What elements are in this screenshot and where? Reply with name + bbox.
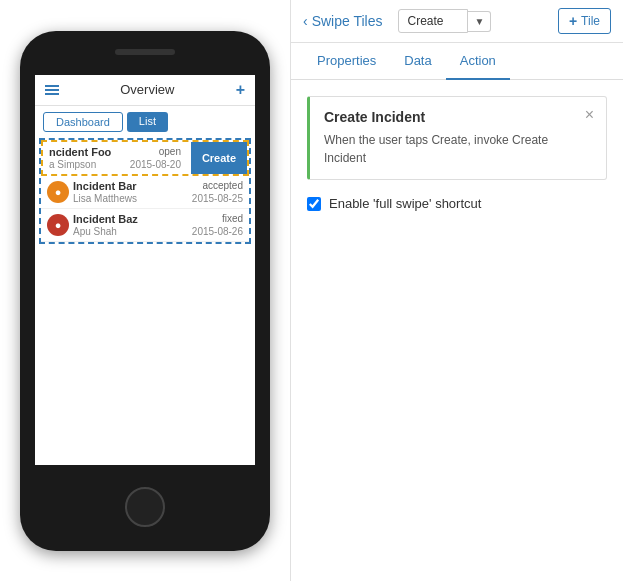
row3-status: fixed [222, 213, 243, 224]
row2-person: Lisa Matthews [73, 193, 137, 204]
back-link-label: Swipe Tiles [312, 13, 383, 29]
hamburger-icon[interactable] [45, 85, 59, 95]
full-swipe-label: Enable 'full swipe' shortcut [329, 196, 481, 211]
screen-add-icon[interactable]: + [236, 81, 245, 99]
tab-action[interactable]: Action [446, 43, 510, 80]
info-card: Create Incident When the user taps Creat… [307, 96, 607, 180]
row2-name: Incident Bar [73, 180, 137, 192]
row2-status: accepted [202, 180, 243, 191]
screen-list-area: ncident Foo open a Simpson 2015-08-20 Cr… [39, 138, 251, 244]
tab-data[interactable]: Data [390, 43, 445, 80]
row3-person: Apu Shah [73, 226, 117, 237]
dropdown-container: Create ▼ [398, 9, 491, 33]
info-card-text: When the user taps Create, invoke Create… [324, 131, 592, 167]
info-card-title: Create Incident [324, 109, 592, 125]
phone-device: Overview + Dashboard List ncident Foo op… [20, 31, 270, 551]
right-panel: ‹ Swipe Tiles Create ▼ + Tile Properties… [290, 0, 623, 581]
screen-tab-dashboard[interactable]: Dashboard [43, 112, 123, 132]
screen-title: Overview [120, 82, 174, 97]
phone-home-button[interactable] [125, 487, 165, 527]
full-swipe-checkbox-row: Enable 'full swipe' shortcut [307, 196, 607, 211]
row1-name: ncident Foo [49, 146, 111, 158]
row2-icon: ● [47, 181, 69, 203]
top-bar: ‹ Swipe Tiles Create ▼ + Tile [291, 0, 623, 43]
row1-date: 2015-08-20 [130, 159, 181, 170]
row1-person: a Simpson [49, 159, 96, 170]
dropdown-arrow-icon[interactable]: ▼ [468, 11, 491, 32]
list-row-2: ● Incident Bar accepted Lisa Matthews 20… [41, 176, 249, 209]
screen-header: Overview + [35, 75, 255, 106]
list-row-1: ncident Foo open a Simpson 2015-08-20 Cr… [41, 140, 249, 176]
create-button-overlay[interactable]: Create [191, 142, 247, 174]
left-panel: Overview + Dashboard List ncident Foo op… [0, 0, 290, 581]
screen-tab-list[interactable]: List [127, 112, 168, 132]
row3-info: Incident Baz fixed Apu Shah 2015-08-26 [73, 213, 243, 237]
full-swipe-checkbox[interactable] [307, 197, 321, 211]
row3-icon: ● [47, 214, 69, 236]
content-area: Create Incident When the user taps Creat… [291, 80, 623, 581]
phone-screen: Overview + Dashboard List ncident Foo op… [35, 75, 255, 465]
action-dropdown[interactable]: Create [398, 9, 468, 33]
list-row-3: ● Incident Baz fixed Apu Shah 2015-08-26 [41, 209, 249, 242]
back-chevron-icon: ‹ [303, 13, 308, 29]
add-tile-button[interactable]: + Tile [558, 8, 611, 34]
back-link[interactable]: ‹ Swipe Tiles [303, 13, 382, 29]
plus-icon: + [569, 13, 577, 29]
screen-tabs: Dashboard List [35, 106, 255, 138]
row2-date: 2015-08-25 [192, 193, 243, 204]
add-tile-label: Tile [581, 14, 600, 28]
phone-speaker [115, 49, 175, 55]
row1-status: open [159, 146, 181, 157]
tab-properties[interactable]: Properties [303, 43, 390, 80]
info-card-close-icon[interactable]: × [585, 107, 594, 123]
row3-name: Incident Baz [73, 213, 138, 225]
row3-date: 2015-08-26 [192, 226, 243, 237]
tab-bar: Properties Data Action [291, 43, 623, 80]
row2-info: Incident Bar accepted Lisa Matthews 2015… [73, 180, 243, 204]
